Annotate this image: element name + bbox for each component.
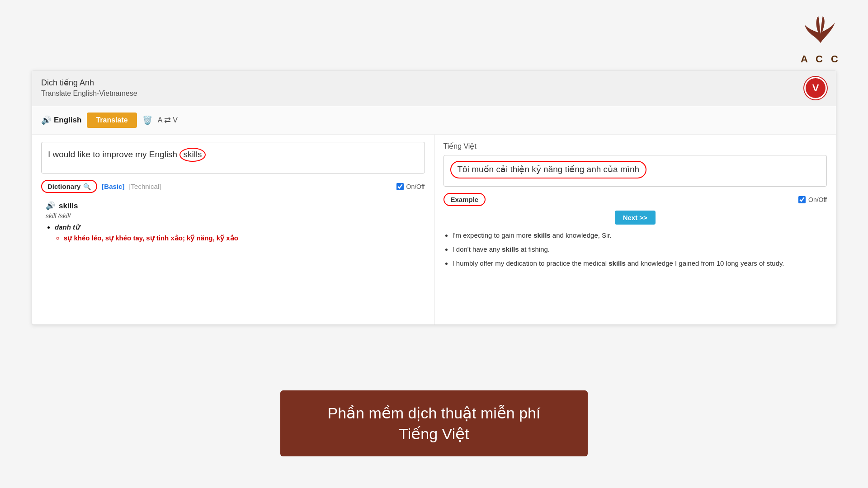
logo-area: A C C bbox=[801, 14, 841, 65]
swap-area: A ⇄ V bbox=[158, 115, 178, 125]
translation-output: Tôi muốn cải thiện kỹ năng tiếng anh của… bbox=[443, 155, 827, 187]
ex1-before: I'm expecting to gain more bbox=[453, 231, 534, 239]
app-header-text: Dich tiếng Anh Translate English-Vietnam… bbox=[41, 77, 137, 99]
example-label-text: Example bbox=[451, 196, 479, 203]
ex1-bold: skills bbox=[533, 231, 551, 239]
panel-left: I would like to improve my English skill… bbox=[32, 135, 434, 324]
example-list: I'm expecting to gain more skills and kn… bbox=[453, 229, 827, 269]
ex2-bold: skills bbox=[502, 245, 519, 253]
banner-line1: Phần mềm dịch thuật miễn phí bbox=[316, 404, 552, 422]
list-item: I'm expecting to gain more skills and kn… bbox=[453, 229, 827, 241]
banner-line2: Tiếng Việt bbox=[316, 425, 552, 443]
dictionary-label-text: Dictionary bbox=[47, 183, 80, 190]
ex3-bold: skills bbox=[609, 259, 626, 267]
dict-word: skills bbox=[59, 202, 78, 211]
translation-input[interactable]: I would like to improve my English skill… bbox=[41, 142, 425, 174]
input-text-before: I would like to improve my English bbox=[48, 150, 177, 159]
example-content: I'm expecting to gain more skills and kn… bbox=[443, 229, 827, 269]
right-lang-label: Tiếng Việt bbox=[443, 142, 827, 150]
highlighted-skills: skills bbox=[179, 148, 205, 162]
speaker-icon: 🔊 bbox=[41, 115, 51, 125]
bottom-banner: Phần mềm dịch thuật miễn phí Tiếng Việt bbox=[280, 390, 588, 456]
dict-pos: danh từ bbox=[55, 223, 425, 231]
app-logo-btn[interactable]: V bbox=[804, 77, 827, 99]
dict-list: danh từ sự khéo léo, sự khéo tay, sự tin… bbox=[55, 223, 425, 242]
search-icon: 🔍 bbox=[83, 183, 91, 190]
dict-tab-technical[interactable]: [Technical] bbox=[129, 183, 161, 190]
example-onoff-checkbox[interactable] bbox=[798, 196, 806, 203]
dict-sublist: sự khéo léo, sự khéo tay, sự tinh xảo; k… bbox=[64, 234, 425, 242]
example-onoff-label: On/Off bbox=[808, 196, 827, 203]
dict-word-header: 🔊 skills bbox=[46, 201, 425, 211]
ex3-before: I humbly offer my dedication to practice… bbox=[453, 259, 609, 267]
example-toolbar: Example On/Off bbox=[443, 193, 827, 206]
ex3-after: and knowledge I gained from 10 long year… bbox=[626, 259, 784, 267]
ex2-before: I don't have any bbox=[453, 245, 502, 253]
bird-logo-icon bbox=[802, 14, 839, 50]
dict-onoff: On/Off bbox=[396, 183, 425, 190]
dictionary-section: Dictionary 🔍 [Basic] [Technical] On/Off … bbox=[41, 180, 425, 246]
letter-a: A bbox=[158, 116, 163, 124]
toolbar: 🔊 English Translate 🗑️ A ⇄ V bbox=[32, 106, 836, 135]
dict-meaning: sự khéo léo, sự khéo tay, sự tinh xảo; k… bbox=[64, 234, 425, 242]
panel-right: Tiếng Việt Tôi muốn cải thiện kỹ năng ti… bbox=[434, 135, 836, 324]
ex1-after: and knowledge, Sir. bbox=[551, 231, 612, 239]
app-title-vn: Dich tiếng Anh bbox=[41, 77, 137, 89]
dict-onoff-label: On/Off bbox=[406, 183, 425, 190]
next-button[interactable]: Next >> bbox=[615, 211, 656, 225]
output-text-circle: Tôi muốn cải thiện kỹ năng tiếng anh của… bbox=[450, 161, 647, 178]
dict-content: 🔊 skills skill /skil/ danh từ sự khéo lé… bbox=[41, 197, 425, 246]
ex2-after: at fishing. bbox=[519, 245, 550, 253]
letter-v: V bbox=[173, 116, 178, 124]
logo-acc-text: A C C bbox=[801, 53, 841, 65]
dict-speaker-icon[interactable]: 🔊 bbox=[46, 201, 55, 211]
dict-tab-basic[interactable]: [Basic] bbox=[102, 183, 124, 190]
translate-button[interactable]: Translate bbox=[87, 113, 137, 128]
example-onoff: On/Off bbox=[798, 196, 827, 203]
app-title-en: Translate English-Vietnamese bbox=[41, 89, 137, 99]
dictionary-label[interactable]: Dictionary 🔍 bbox=[41, 180, 97, 193]
app-header: Dich tiếng Anh Translate English-Vietnam… bbox=[32, 70, 836, 106]
example-label[interactable]: Example bbox=[443, 193, 486, 206]
example-section: Example On/Off Next >> I'm expecting to … bbox=[443, 193, 827, 269]
dict-toolbar: Dictionary 🔍 [Basic] [Technical] On/Off bbox=[41, 180, 425, 193]
dict-phonetic: skill /skil/ bbox=[46, 212, 425, 220]
dict-onoff-checkbox[interactable] bbox=[396, 183, 404, 190]
list-item: I humbly offer my dedication to practice… bbox=[453, 257, 827, 269]
swap-arrows-icon[interactable]: ⇄ bbox=[164, 115, 171, 125]
language-label: 🔊 English bbox=[41, 115, 81, 125]
list-item: I don't have any skills at fishing. bbox=[453, 243, 827, 255]
trash-icon[interactable]: 🗑️ bbox=[142, 115, 152, 125]
lang-label-text: English bbox=[54, 116, 81, 125]
app-container: Dich tiếng Anh Translate English-Vietnam… bbox=[32, 70, 836, 325]
panels: I would like to improve my English skill… bbox=[32, 135, 836, 324]
